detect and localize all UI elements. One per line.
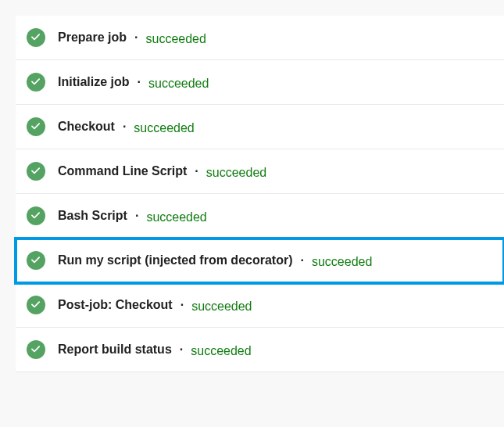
- success-icon: [27, 251, 45, 270]
- separator: ·: [301, 253, 304, 267]
- separator: ·: [134, 30, 138, 45]
- success-icon: [27, 117, 45, 136]
- pipeline-steps-list: Prepare job · succeeded Initialize job ·…: [16, 16, 504, 372]
- success-icon: [27, 73, 45, 92]
- step-name: Prepare job: [58, 30, 127, 45]
- step-status: succeeded: [206, 166, 266, 180]
- step-status: succeeded: [148, 77, 209, 91]
- step-name: Command Line Script: [58, 164, 187, 178]
- step-name: Run my script (injected from decorator): [58, 253, 293, 267]
- step-row-highlighted[interactable]: Run my script (injected from decorator) …: [16, 239, 504, 283]
- step-status: succeeded: [145, 32, 206, 46]
- separator: ·: [135, 209, 138, 223]
- separator: ·: [138, 75, 141, 89]
- step-status: succeeded: [191, 300, 252, 314]
- step-row[interactable]: Prepare job · succeeded: [16, 16, 504, 60]
- success-icon: [27, 340, 45, 359]
- step-name: Bash Script: [58, 209, 127, 223]
- separator: ·: [123, 120, 126, 134]
- step-name: Report build status: [58, 343, 172, 357]
- success-icon: [27, 206, 45, 225]
- step-row[interactable]: Bash Script · succeeded: [16, 194, 504, 239]
- separator: ·: [181, 298, 184, 312]
- step-name: Checkout: [58, 120, 115, 134]
- separator: ·: [180, 343, 183, 357]
- step-row[interactable]: Post-job: Checkout · succeeded: [16, 283, 504, 328]
- step-row[interactable]: Report build status · succeeded: [16, 328, 504, 372]
- step-row[interactable]: Initialize job · succeeded: [16, 60, 504, 105]
- success-icon: [27, 162, 45, 181]
- step-status: succeeded: [146, 210, 206, 224]
- step-status: succeeded: [134, 121, 194, 135]
- step-name: Initialize job: [58, 75, 130, 89]
- step-name: Post-job: Checkout: [58, 298, 173, 312]
- success-icon: [27, 296, 45, 314]
- step-status: succeeded: [191, 344, 251, 358]
- separator: ·: [195, 164, 198, 178]
- step-row[interactable]: Checkout · succeeded: [16, 105, 504, 149]
- success-icon: [27, 28, 45, 47]
- step-status: succeeded: [312, 255, 372, 269]
- step-row[interactable]: Command Line Script · succeeded: [16, 149, 504, 194]
